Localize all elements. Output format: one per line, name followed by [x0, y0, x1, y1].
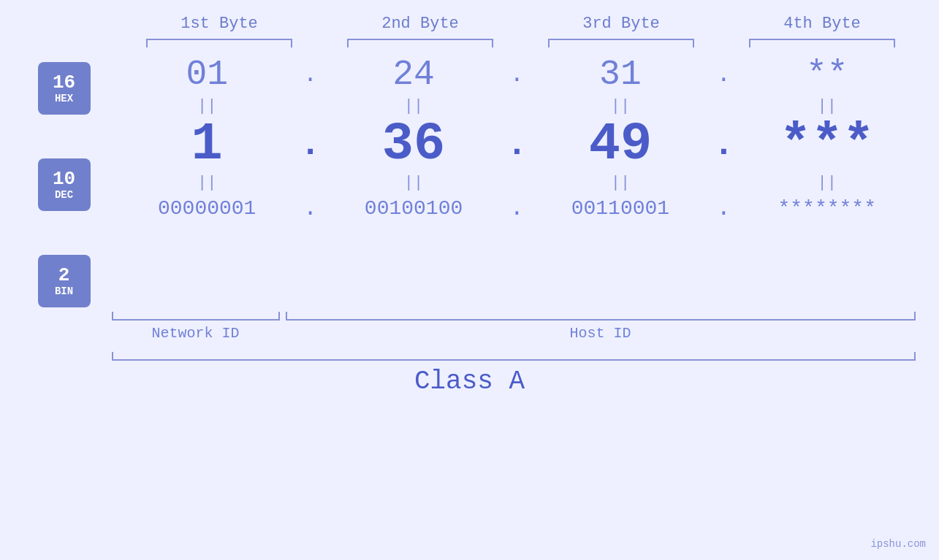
eq2-b3: ||	[536, 174, 704, 192]
hex-row: 01 . 24 . 31 . **	[112, 55, 923, 94]
id-label-row: Network ID Host ID	[112, 325, 916, 342]
byte1-header: 1st Byte	[132, 15, 307, 33]
class-label: Class A	[17, 367, 923, 396]
rows-area: 01 . 24 . 31 . ** || ||	[112, 55, 923, 222]
dot-bin-1: .	[300, 195, 322, 222]
eq1-b1: ||	[123, 97, 291, 115]
bottom-brackets	[112, 312, 916, 321]
big-outer-bracket	[112, 352, 916, 361]
dec-b1: 1	[123, 118, 291, 171]
badge-bin-number: 2	[58, 265, 70, 286]
hex-b3: 31	[536, 55, 704, 94]
network-id-label: Network ID	[112, 325, 280, 342]
equals-row-2: || || || ||	[112, 171, 923, 195]
content-area: 16 HEX 10 DEC 2 BIN 01 . 24	[17, 55, 923, 307]
dot-hex-3: .	[712, 61, 734, 88]
badge-bin-label: BIN	[55, 285, 73, 297]
eq1-b4: ||	[743, 97, 911, 115]
badge-bin: 2 BIN	[38, 255, 91, 307]
bin-b1: 00000001	[123, 197, 291, 220]
badges-column: 16 HEX 10 DEC 2 BIN	[17, 62, 112, 307]
bracket-byte4	[749, 39, 895, 47]
badge-hex-number: 16	[53, 72, 75, 93]
byte3-header: 3rd Byte	[533, 15, 709, 33]
bin-b2: 00100100	[330, 197, 498, 220]
bracket-byte1	[146, 39, 292, 47]
dec-b3: 49	[536, 118, 704, 171]
dec-row: 1 . 36 . 49 . ***	[112, 118, 923, 171]
hex-b1: 01	[123, 55, 291, 94]
bin-b4: ********	[743, 197, 911, 220]
eq2-b2: ||	[330, 174, 498, 192]
bracket-byte2	[347, 39, 493, 47]
dec-b4: ***	[743, 118, 911, 171]
badge-hex-label: HEX	[55, 93, 73, 104]
badge-dec: 10 DEC	[38, 158, 91, 211]
eq1-b3: ||	[536, 97, 704, 115]
dot-hex-1: .	[300, 61, 322, 88]
hex-b4: **	[743, 55, 911, 94]
badge-dec-number: 10	[53, 169, 75, 190]
bottom-section: Network ID Host ID Class A	[17, 312, 923, 396]
top-brackets	[119, 39, 923, 47]
eq2-b1: ||	[123, 174, 291, 192]
eq1-b2: ||	[330, 97, 498, 115]
host-id-label: Host ID	[286, 325, 916, 342]
host-bracket	[286, 312, 916, 321]
dec-b2: 36	[330, 118, 498, 171]
badge-hex: 16 HEX	[38, 62, 91, 115]
dot-dec-3: .	[712, 125, 734, 164]
bin-row: 00000001 . 00100100 . 00110001 . *******…	[112, 195, 923, 222]
badge-dec-label: DEC	[55, 189, 73, 201]
network-bracket	[112, 312, 280, 321]
main-container: 1st Byte 2nd Byte 3rd Byte 4th Byte 16 H…	[0, 0, 939, 560]
watermark: ipshu.com	[870, 538, 926, 550]
dot-dec-2: .	[506, 125, 528, 164]
dot-bin-3: .	[712, 195, 734, 222]
byte-headers: 1st Byte 2nd Byte 3rd Byte 4th Byte	[119, 15, 923, 33]
bin-b3: 00110001	[536, 197, 704, 220]
dot-dec-1: .	[300, 125, 322, 164]
hex-b2: 24	[330, 55, 498, 94]
bracket-byte3	[548, 39, 694, 47]
dot-hex-2: .	[506, 61, 528, 88]
byte2-header: 2nd Byte	[332, 15, 508, 33]
dot-bin-2: .	[506, 195, 528, 222]
eq2-b4: ||	[743, 174, 911, 192]
byte4-header: 4th Byte	[734, 15, 910, 33]
